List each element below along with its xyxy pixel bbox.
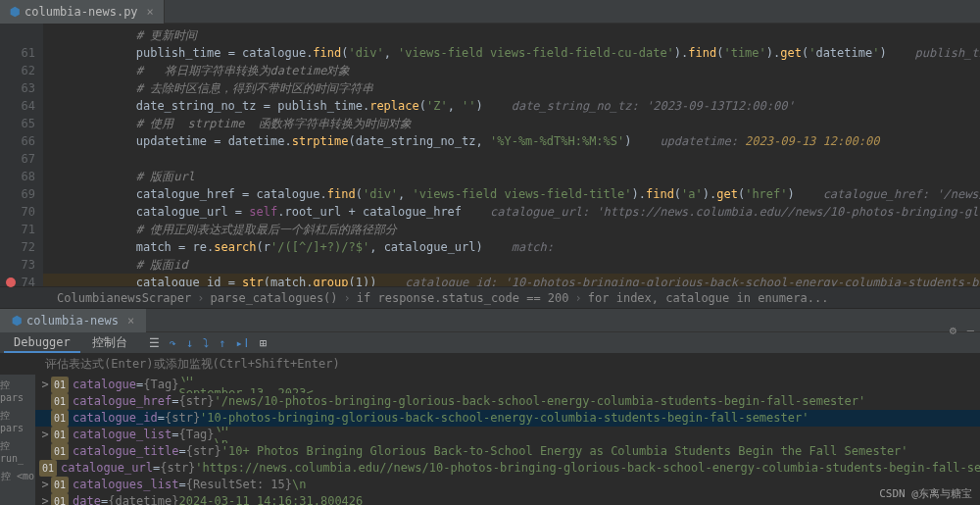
tab-debugger[interactable]: Debugger — [4, 333, 80, 353]
debugger-toolbar: Debugger 控制台 ☰ ↷ ↓ ⤵ ↑ ▸ǀ ⊞ — [0, 331, 980, 353]
variable-row[interactable]: 01catalogue_url = {str} 'https://news.co… — [35, 460, 980, 477]
run-to-cursor-icon[interactable]: ▸ǀ — [236, 336, 250, 350]
variable-row[interactable]: 01catalogue_title = {str} '10+ Photos Br… — [35, 443, 980, 460]
python-icon: ⬢ — [10, 5, 20, 19]
tab-filename: columbia-news.py — [24, 5, 138, 19]
close-icon[interactable]: × — [127, 314, 134, 328]
variables-panel: 控 pars控 pars控 run_控 <mo >01catalogue = {… — [0, 375, 980, 505]
debug-actions: ☰ ↷ ↓ ⤵ ↑ ▸ǀ ⊞ — [149, 336, 267, 350]
python-icon: ⬢ — [12, 314, 22, 328]
run-config-tab[interactable]: ⬢ columbia-news × — [0, 309, 146, 332]
step-into-my-icon[interactable]: ⤵ — [203, 336, 209, 350]
frame-item[interactable]: 控 <mo — [1, 470, 34, 483]
variable-row[interactable]: 01catalogue_href = {str} '/news/10-photo… — [35, 393, 980, 410]
watch-expression-input[interactable] — [0, 353, 980, 375]
variable-row[interactable]: >01catalogues_list = {ResultSet: 15} [\n… — [35, 477, 980, 493]
frame-item[interactable]: 控 pars — [0, 409, 35, 433]
tab-console[interactable]: 控制台 — [82, 332, 137, 353]
frames-panel[interactable]: 控 pars控 pars控 run_控 <mo — [0, 375, 35, 505]
watermark: CSDN @东离与糖宝 — [879, 486, 972, 501]
step-over-icon[interactable]: ↷ — [170, 336, 176, 350]
frame-item[interactable]: 控 run_ — [0, 439, 35, 464]
evaluate-icon[interactable]: ⊞ — [260, 336, 267, 350]
close-icon[interactable]: × — [147, 5, 154, 19]
minimize-icon[interactable]: — — [967, 324, 974, 337]
step-into-icon[interactable]: ↓ — [186, 336, 193, 350]
gear-icon[interactable]: ⚙ — [950, 324, 956, 337]
breadcrumb-item[interactable]: parse_catalogues() — [211, 291, 338, 305]
variable-row[interactable]: >01catalogue_list = {Tag} \n\n — [35, 427, 980, 443]
frame-item[interactable]: 控 pars — [0, 379, 35, 403]
breadcrumb-item[interactable]: for index, catalogue in enumera... — [588, 291, 829, 305]
breadcrumb-item[interactable]: ColumbianewsScraper — [57, 291, 191, 305]
step-out-icon[interactable]: ↑ — [219, 336, 225, 350]
line-gutter: 6162636465666768697071727374 — [0, 24, 43, 286]
breadcrumb[interactable]: ColumbianewsScraper›parse_catalogues()›i… — [0, 286, 980, 308]
run-config-name: columbia-news — [26, 314, 119, 328]
variable-row[interactable]: 01catalogue_id = {str} '10-photos-bringi… — [35, 410, 980, 427]
breadcrumb-item[interactable]: if response.status_code == 200 — [357, 291, 569, 305]
editor-tabs: ⬢ columbia-news.py × — [0, 0, 980, 24]
variable-row[interactable]: >01date = {datetime} 2024-03-11 14:16:31… — [35, 493, 980, 505]
code-area[interactable]: # 更新时间 publish_time = catalogue.find('di… — [43, 24, 980, 286]
code-editor[interactable]: 6162636465666768697071727374 # 更新时间 publ… — [0, 24, 980, 286]
variable-row[interactable]: >01catalogue = {Tag} \nSeptember 13, 202… — [35, 377, 980, 393]
run-window-tabs: ⬢ columbia-news × ⚙ — — [0, 308, 980, 331]
variables-tree[interactable]: >01catalogue = {Tag} \nSeptember 13, 202… — [35, 375, 980, 505]
layout-icon[interactable]: ☰ — [149, 336, 160, 350]
file-tab[interactable]: ⬢ columbia-news.py × — [0, 0, 165, 24]
